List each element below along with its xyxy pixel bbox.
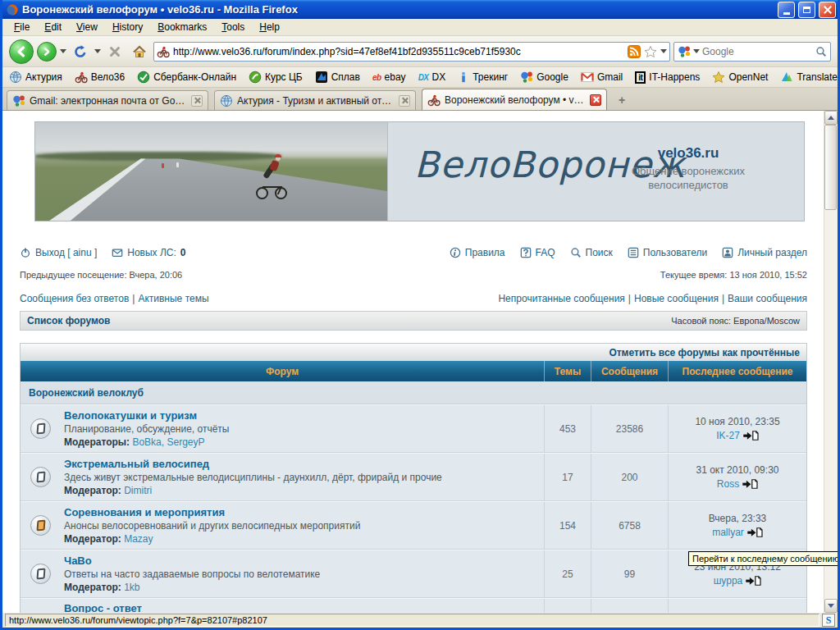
- new-posts-link[interactable]: Новые сообщения: [634, 293, 719, 304]
- minimize-icon: [783, 12, 790, 15]
- menu-bookmarks[interactable]: Bookmarks: [151, 20, 213, 34]
- members-link[interactable]: Пользователи: [628, 247, 707, 258]
- search-input[interactable]: [702, 46, 813, 57]
- engine-dropdown-arrow[interactable]: [693, 49, 700, 53]
- history-dropdown-arrow[interactable]: [60, 49, 66, 53]
- scroll-down-button[interactable]: [824, 599, 838, 613]
- menu-help[interactable]: Help: [253, 20, 286, 34]
- bookmark-star-icon[interactable]: [644, 45, 657, 58]
- menu-view[interactable]: View: [70, 20, 104, 34]
- close-icon: [194, 98, 200, 103]
- bookmark-google[interactable]: Google: [520, 71, 568, 84]
- bookmark-treking[interactable]: Трекинг: [458, 71, 508, 83]
- url-dropdown-arrow[interactable]: [660, 49, 667, 53]
- tab-close-button[interactable]: [590, 94, 601, 106]
- search-bar[interactable]: [673, 42, 831, 62]
- goto-last-post-icon[interactable]: [746, 576, 761, 586]
- forum-link[interactable]: Экстремальный велосипед: [64, 458, 442, 471]
- forum-link[interactable]: Вопрос - ответ: [64, 602, 142, 613]
- menu-edit[interactable]: Edit: [38, 20, 68, 34]
- scroll-up-button[interactable]: [824, 111, 838, 125]
- status-bar: http://www.velo36.ru/forum/viewtopic.php…: [2, 613, 838, 628]
- scrollbar-thumb[interactable]: [824, 125, 837, 210]
- back-button[interactable]: [9, 39, 34, 64]
- back-icon: [15, 45, 28, 58]
- goto-last-post-icon[interactable]: [743, 431, 759, 441]
- ucp-link[interactable]: Личный раздел: [722, 247, 807, 258]
- url-input[interactable]: [173, 46, 624, 57]
- scrollbar-track[interactable]: [824, 125, 838, 599]
- moderator-link[interactable]: 1kb: [124, 582, 139, 593]
- bookmark-translate[interactable]: Translate.ru: [780, 71, 838, 84]
- stop-button[interactable]: [104, 41, 126, 62]
- active-topics-link[interactable]: Активные темы: [138, 293, 208, 304]
- forum-table-header: Форум Темы Сообщения Последнее сообщение: [21, 361, 806, 381]
- moderator-link[interactable]: BoBka, SergeyP: [132, 436, 204, 448]
- home-button[interactable]: [129, 41, 150, 62]
- minimize-button[interactable]: [778, 2, 795, 18]
- forum-link[interactable]: ЧаВо: [64, 555, 320, 568]
- menu-history[interactable]: History: [106, 20, 149, 34]
- bookmark-gmail[interactable]: Gmail: [581, 71, 623, 84]
- last-post-user-link[interactable]: IK-27: [716, 429, 740, 443]
- unread-posts-link[interactable]: Непрочитанные сообщения: [498, 293, 624, 304]
- last-post-user-link[interactable]: Ross: [717, 477, 739, 491]
- tab-veloforum-active[interactable]: Воронежский велофорум • velo...: [422, 89, 607, 110]
- unanswered-link[interactable]: Сообщения без ответов: [20, 293, 129, 304]
- bookmark-kurs-cb[interactable]: Курс ЦБ: [249, 71, 303, 84]
- bookmark-opennet[interactable]: OpenNet: [712, 71, 768, 84]
- tab-close-button[interactable]: [399, 95, 410, 107]
- bookmark-splav[interactable]: Сплав: [315, 71, 360, 84]
- forward-button[interactable]: [37, 42, 57, 62]
- extension-badge[interactable]: S: [822, 614, 835, 627]
- window-title: Воронежский велофорум • velo36.ru - Mozi…: [22, 3, 774, 16]
- private-messages-link[interactable]: Новых ЛС:0: [112, 247, 185, 258]
- topics-count: 25: [544, 550, 591, 597]
- vertical-scrollbar[interactable]: [824, 111, 838, 613]
- your-posts-link[interactable]: Ваши сообщения: [728, 293, 807, 304]
- category-link[interactable]: Воронежский велоклуб: [29, 387, 144, 399]
- rules-link[interactable]: Правила: [450, 247, 505, 258]
- topics-count: 154: [544, 502, 591, 549]
- location-bar[interactable]: [153, 42, 670, 62]
- close-button[interactable]: [819, 2, 836, 18]
- last-post-user-link[interactable]: mallyar: [712, 526, 744, 540]
- close-icon: [593, 97, 599, 103]
- reload-button[interactable]: [70, 41, 91, 62]
- menu-tools[interactable]: Tools: [215, 20, 251, 34]
- faq-link[interactable]: FAQ: [520, 247, 555, 258]
- tab-close-button[interactable]: [191, 95, 203, 107]
- bookmark-label: IT-Happens: [649, 71, 700, 83]
- forum-page: ВелоВоронеж velo36.ru Общение воронежски…: [2, 111, 824, 613]
- goto-last-post-icon[interactable]: [747, 527, 763, 537]
- bookmark-akturia[interactable]: Актурия: [9, 71, 62, 84]
- tab-akturia[interactable]: Актурия - Туризм и активный отдых: [214, 90, 416, 110]
- bookmark-dx[interactable]: DXDX: [418, 71, 446, 83]
- forum-link[interactable]: Велопокатушки и туризм: [64, 409, 229, 422]
- mark-forums-read-link[interactable]: Отметить все форумы как прочтённые: [609, 347, 800, 358]
- bookmark-ebay[interactable]: ebebay: [372, 71, 406, 83]
- logout-link[interactable]: Выход [ ainu ]: [20, 247, 97, 258]
- reload-dropdown-arrow[interactable]: [94, 49, 101, 53]
- forum-link[interactable]: Соревнования и мероприятия: [64, 506, 360, 519]
- bookmark-velo36[interactable]: Вело36: [75, 71, 125, 84]
- moderator-link[interactable]: Dimitri: [124, 485, 152, 496]
- bookmark-label: Google: [536, 71, 568, 83]
- google-engine-icon: [678, 45, 691, 58]
- navigation-toolbar: [2, 36, 838, 67]
- rss-icon[interactable]: [628, 45, 641, 58]
- bookmark-label: Сбербанк-Онлайн: [153, 71, 236, 83]
- bookmark-it-happens[interactable]: itIT-Happens: [635, 71, 700, 84]
- menu-file[interactable]: File: [7, 20, 36, 34]
- moderator-link[interactable]: Mazay: [124, 533, 153, 545]
- column-forum: Форум: [21, 361, 544, 381]
- search-link[interactable]: Поиск: [570, 247, 613, 258]
- new-tab-button[interactable]: +: [613, 92, 631, 108]
- board-index-link[interactable]: Список форумов: [27, 315, 110, 326]
- maximize-button[interactable]: [798, 2, 815, 18]
- bookmark-sberbank[interactable]: Сбербанк-Онлайн: [137, 71, 236, 84]
- goto-last-post-icon[interactable]: [742, 479, 758, 489]
- last-post-user-link[interactable]: шурра: [714, 574, 743, 588]
- tab-gmail[interactable]: Gmail: электронная почта от Google: [7, 90, 208, 110]
- search-go-icon[interactable]: [815, 46, 827, 57]
